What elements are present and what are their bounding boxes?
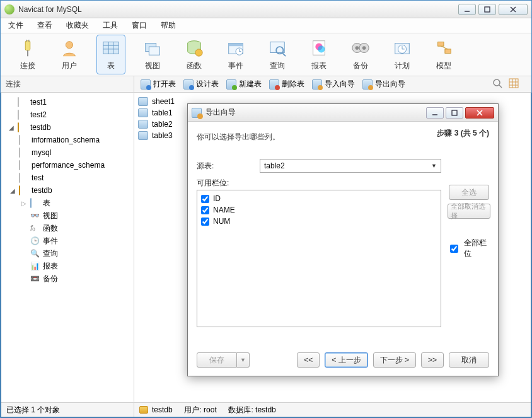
grid-view-icon[interactable]: [509, 78, 519, 90]
dialog-close-button[interactable]: [465, 107, 494, 119]
svg-rect-4: [25, 41, 30, 50]
save-button[interactable]: 保存: [197, 352, 237, 368]
svg-line-25: [282, 53, 286, 57]
select-all-button[interactable]: 全选: [449, 185, 489, 200]
open-table-button[interactable]: 打开表: [141, 79, 176, 90]
svg-rect-15: [149, 47, 159, 55]
status-connection: testdb 用户: root 数据库: testdb: [134, 405, 531, 415]
svg-point-40: [494, 79, 500, 86]
toolbar-backup[interactable]: 备份: [346, 38, 375, 71]
dialog-minimize-button[interactable]: [426, 107, 444, 119]
minimize-button[interactable]: [458, 4, 476, 15]
menu-window[interactable]: 窗口: [132, 20, 147, 31]
tree-category-events[interactable]: 🕒事件: [1, 235, 134, 247]
search-icon[interactable]: [492, 78, 502, 90]
menu-view[interactable]: 查看: [37, 20, 52, 31]
source-table-combo[interactable]: table2 ▼: [260, 159, 441, 173]
database-icon: [19, 160, 20, 170]
delete-table-button[interactable]: 删除表: [269, 79, 304, 90]
reports-icon: 📊: [30, 262, 40, 270]
chevron-down-icon: ▼: [431, 163, 437, 169]
next-step-button[interactable]: 下一步 >: [373, 352, 416, 368]
toolbar-view[interactable]: 视图: [138, 38, 167, 71]
previous-step-button[interactable]: < 上一步: [325, 352, 367, 368]
tree-database[interactable]: test: [1, 171, 134, 184]
table-icon: [138, 120, 148, 129]
tree-category-queries[interactable]: 🔍查询: [1, 247, 134, 260]
svg-rect-9: [103, 42, 119, 54]
backups-icon: 📼: [30, 274, 40, 283]
toolbar-table[interactable]: 表: [96, 35, 125, 74]
tree-category-backups[interactable]: 📼备份: [1, 272, 134, 285]
tree-database[interactable]: ◢testdb: [1, 184, 134, 197]
toolbar-function[interactable]: 函数: [180, 38, 209, 71]
export-wizard-button[interactable]: 导出向导: [362, 79, 405, 90]
design-table-button[interactable]: 设计表: [183, 79, 219, 90]
table-actions: 打开表 设计表 新建表 删除表 导入向导 导出向导: [134, 76, 531, 92]
connection-icon: [18, 110, 19, 120]
tree-category-tables[interactable]: ▷表: [1, 197, 134, 209]
svg-point-17: [195, 49, 202, 56]
field-checkbox-name[interactable]: NAME: [201, 204, 437, 216]
table-icon: [101, 38, 121, 58]
toolbar-model[interactable]: 模型: [429, 38, 458, 71]
menu-favorites[interactable]: 收藏夹: [66, 20, 89, 31]
table-icon: [138, 131, 148, 140]
import-wizard-button[interactable]: 导入向导: [312, 79, 355, 90]
new-table-icon: [226, 79, 236, 90]
last-step-button[interactable]: >>: [421, 352, 444, 368]
connection-icon: [18, 122, 19, 132]
connection-icon: [18, 97, 19, 107]
tree-connection[interactable]: ◢testdb: [1, 121, 134, 134]
tree-category-reports[interactable]: 📊报表: [1, 260, 134, 272]
dialog-titlebar: 导出向导: [188, 104, 498, 122]
export-wizard-dialog: 导出向导 步骤 3 (共 5 个) 你可以选择导出哪些列。 源表: table2…: [187, 103, 499, 376]
toolbar-connect[interactable]: 连接: [13, 38, 42, 71]
menu-tools[interactable]: 工具: [103, 20, 118, 31]
app-window: Navicat for MySQL 文件 查看 收藏夹 工具 窗口 帮助 连接 …: [0, 0, 532, 418]
status-selection: 已选择 1 个对象: [1, 403, 134, 417]
save-dropdown[interactable]: ▼: [237, 352, 250, 368]
all-columns-checkbox[interactable]: 全部栏位: [448, 238, 490, 259]
toolbar-report[interactable]: 报表: [304, 38, 333, 71]
toolbar-user[interactable]: 用户: [55, 38, 84, 71]
tree-connection[interactable]: test2: [1, 108, 134, 121]
new-table-button[interactable]: 新建表: [226, 79, 262, 90]
tree-category-views[interactable]: 👓视图: [1, 209, 134, 222]
toolbar-query[interactable]: 查询: [263, 38, 292, 71]
main-toolbar: 连接 用户 表 视图 函数 事件 查询 报表: [1, 33, 531, 76]
field-checkbox-id[interactable]: ID: [201, 193, 437, 204]
svg-rect-37: [438, 42, 444, 47]
tree-database[interactable]: performance_schema: [1, 159, 134, 171]
field-checkbox-num[interactable]: NUM: [201, 216, 437, 227]
table-icon: [138, 97, 148, 106]
user-icon: [59, 38, 79, 58]
toolbar-schedule[interactable]: 计划: [388, 38, 417, 71]
plug-icon: [18, 38, 38, 58]
deselect-all-button[interactable]: 全部取消选择: [448, 204, 490, 219]
function-icon: [184, 38, 204, 58]
dialog-maximize-button[interactable]: [446, 107, 463, 119]
source-table-label: 源表:: [197, 161, 260, 171]
close-button[interactable]: [499, 4, 528, 15]
svg-point-31: [356, 46, 359, 50]
available-fields-label: 可用栏位:: [197, 178, 229, 187]
cancel-button[interactable]: 取消: [449, 352, 489, 368]
first-step-button[interactable]: <<: [297, 352, 320, 368]
tables-icon: [30, 198, 32, 208]
menu-file[interactable]: 文件: [8, 20, 23, 31]
functions-icon: f₀: [30, 224, 40, 233]
menu-help[interactable]: 帮助: [161, 20, 176, 31]
tree-database[interactable]: mysql: [1, 146, 134, 159]
export-wizard-icon: [192, 108, 202, 118]
event-icon: [226, 38, 246, 58]
window-title: Navicat for MySQL: [18, 5, 458, 14]
toolbar-event[interactable]: 事件: [221, 38, 250, 71]
menu-bar: 文件 查看 收藏夹 工具 窗口 帮助: [1, 18, 531, 33]
tree-connection[interactable]: test1: [1, 96, 134, 108]
tree-database[interactable]: information_schema: [1, 134, 134, 146]
delete-table-icon: [269, 79, 279, 90]
database-icon: [19, 185, 20, 195]
maximize-button[interactable]: [478, 4, 496, 15]
tree-category-functions[interactable]: f₀函数: [1, 222, 134, 235]
